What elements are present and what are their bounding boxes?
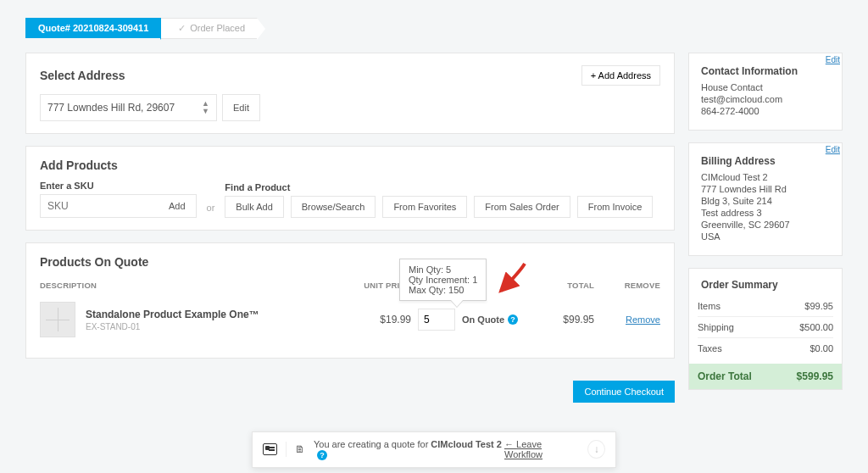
billing-line-1: 777 Lowndes Hill Rd [701,184,830,194]
wizard-step-quote[interactable]: Quote# 20210824-309411 [25,18,161,38]
line-total: $99.95 [563,314,594,326]
product-name: Standalone Product Example One™ [86,309,345,320]
qty-input[interactable] [418,309,455,331]
billing-edit-link[interactable]: Edit [826,145,840,154]
contact-info-title: Contact Information [701,65,830,77]
tooltip-min-qty: Min Qty: 5 [409,264,477,275]
from-invoice-button[interactable]: From Invoice [577,196,654,218]
qty-tooltip: Min Qty: 5 Qty Increment: 1 Max Qty: 150 [399,259,487,301]
address-selected-value: 777 Lowndes Hill Rd, 29607 [47,102,175,114]
address-select[interactable]: 777 Lowndes Hill Rd, 29607 ▲▼ [40,94,217,121]
on-quote-label: On Quote ? [462,314,518,325]
contact-email: test@cimcloud.com [701,94,830,104]
from-favorites-button[interactable]: From Favorites [382,196,467,218]
add-products-card: Add Products Enter a SKU Add or Find a P… [25,146,675,231]
badge-icon [263,443,277,455]
th-description: DESCRIPTION [40,281,345,290]
order-summary-card: Order Summary Items $99.95 Shipping $500… [688,268,843,390]
summary-taxes-label: Taxes [698,343,722,353]
billing-address-card: Edit Billing Address CIMcloud Test 2 777… [688,142,843,256]
summary-items-value: $99.95 [804,301,833,311]
summary-items-label: Items [698,301,721,311]
product-sku: EX-STAND-01 [86,322,345,331]
collapse-bar-button[interactable]: ↓ [587,440,605,459]
select-address-card: Select Address + Add Address 777 Lowndes… [25,53,675,134]
contact-phone: 864-272-4000 [701,106,830,116]
tooltip-qty-increment: Qty Increment: 1 [409,275,477,285]
document-icon: 🗎 [295,443,305,455]
product-image-placeholder-icon [40,302,75,337]
table-row: Standalone Product Example One™ EX-STAND… [40,293,660,346]
workflow-help-icon[interactable]: ? [317,450,327,460]
wizard-step-quote-label: Quote# 20210824-309411 [38,23,148,33]
order-summary-title: Order Summary [698,279,833,291]
leave-workflow-link[interactable]: ← Leave Workflow [504,439,577,459]
billing-line-2: Bldg 3, Suite 214 [701,196,830,206]
th-remove: REMOVE [625,281,660,290]
summary-taxes-value: $0.00 [810,343,833,353]
th-total: TOTAL [567,281,594,290]
billing-line-4: Greenville, SC 29607 [701,220,830,230]
tooltip-max-qty: Max Qty: 150 [409,285,477,295]
billing-title: Billing Address [701,155,830,167]
contact-info-card: Edit Contact Information House Contact t… [688,53,843,131]
billing-line-5: USA [701,231,830,242]
sku-input[interactable] [40,194,159,218]
summary-shipping-value: $500.00 [799,322,833,332]
products-on-quote-card: Products On Quote DESCRIPTION UNIT PRICE… [25,242,675,359]
chevron-updown-icon: ▲▼ [202,100,209,115]
products-on-quote-title: Products On Quote [40,255,148,269]
continue-checkout-button[interactable]: Continue Checkout [573,381,675,403]
help-icon[interactable]: ? [508,314,518,325]
select-address-title: Select Address [40,69,125,82]
wizard-step-order-placed-label: Order Placed [190,23,245,33]
add-address-button[interactable]: + Add Address [581,65,660,86]
products-table-header: DESCRIPTION UNIT PRICE QTY TOTAL REMOVE [40,277,660,293]
from-sales-order-button[interactable]: From Sales Order [474,196,570,218]
edit-address-button[interactable]: Edit [222,94,260,121]
workflow-customer: CIMcloud Test 2 [431,439,502,449]
workflow-text: You are creating a quote for CIMcloud Te… [314,439,504,461]
add-products-title: Add Products [40,159,118,172]
summary-shipping-label: Shipping [698,322,734,332]
or-text: or [203,203,219,218]
check-icon: ✓ [178,23,186,34]
find-product-label: Find a Product [225,182,653,192]
browse-search-button[interactable]: Browse/Search [291,196,376,218]
wizard: Quote# 20210824-309411 ✓ Order Placed [25,17,843,39]
contact-name: House Contact [701,82,830,92]
summary-total-value: $599.95 [797,370,833,382]
contact-info-edit-link[interactable]: Edit [826,55,840,64]
summary-total-label: Order Total [698,370,752,382]
remove-link[interactable]: Remove [626,314,660,325]
add-sku-button[interactable]: Add [159,194,197,218]
billing-line-3: Test address 3 [701,208,830,218]
unit-price: $19.99 [380,314,411,326]
workflow-bar: 🗎 You are creating a quote for CIMcloud … [252,431,616,469]
bulk-add-button[interactable]: Bulk Add [225,196,283,218]
wizard-step-order-placed: ✓ Order Placed [161,18,258,39]
billing-line-0: CIMcloud Test 2 [701,172,830,182]
sku-label: Enter a SKU [40,181,197,191]
